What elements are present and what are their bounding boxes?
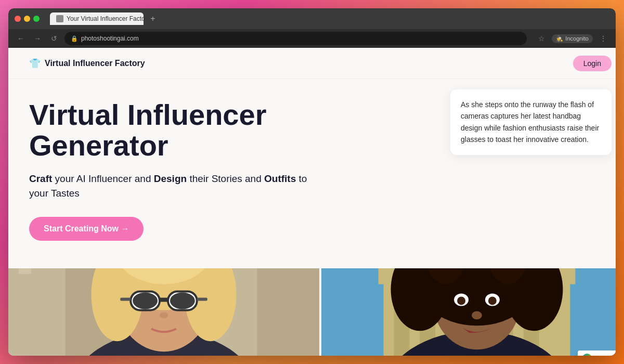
tab-bar: Your Virtual Influencer Factor... ✕ + [50, 12, 159, 25]
person-right-svg [321, 268, 616, 356]
floating-card-text: As she steps onto the runway the flash o… [461, 99, 601, 146]
new-tab-button[interactable]: + [147, 12, 159, 25]
webpage: 👕 Virtual Influencer Factory Login Virtu… [8, 48, 616, 356]
svg-point-22 [160, 312, 168, 318]
svg-rect-7 [19, 268, 31, 274]
subtitle-outfits: Outfits [264, 173, 296, 184]
more-options-icon[interactable]: ⋮ [597, 32, 609, 45]
hero-left: Virtual Influencer Generator Craft your … [29, 100, 310, 241]
logo-icon: 👕 [29, 58, 41, 69]
image-left [8, 268, 319, 356]
subtitle-craft: Craft [29, 173, 52, 184]
image-right [321, 268, 616, 356]
floating-card: As she steps onto the runway the flash o… [450, 89, 612, 155]
url-text: photoshootingai.com [81, 35, 139, 42]
browser-window: Your Virtual Influencer Factor... ✕ + ← … [8, 8, 616, 356]
site-logo: 👕 Virtual Influencer Factory [29, 58, 145, 69]
address-bar[interactable]: 🔒 photoshootingai.com [64, 32, 527, 45]
svg-point-47 [488, 296, 497, 305]
logo-text: Virtual Influencer Factory [45, 59, 145, 68]
browser-titlebar: Your Virtual Influencer Factor... ✕ + [8, 8, 616, 29]
traffic-lights [15, 16, 40, 22]
svg-rect-19 [197, 297, 207, 301]
active-tab[interactable]: Your Virtual Influencer Factor... ✕ [50, 12, 144, 25]
tab-title: Your Virtual Influencer Factor... [67, 15, 144, 22]
back-button[interactable]: ← [15, 32, 27, 45]
hero-subtitle: Craft your AI Influencer and Design thei… [29, 172, 310, 201]
lock-icon: 🔒 [71, 35, 78, 42]
browser-toolbar: ← → ↺ 🔒 photoshootingai.com ☆ 🕵️ Incogni… [8, 29, 616, 48]
svg-point-20 [133, 293, 158, 309]
subtitle-design: Design [154, 173, 187, 184]
incognito-icon: 🕵️ [556, 35, 563, 42]
bookmark-icon[interactable]: ☆ [535, 32, 548, 45]
svg-point-46 [457, 296, 465, 305]
svg-rect-4 [257, 268, 319, 356]
person-left-svg [8, 268, 319, 356]
subtitle-mid2: their Stories and [187, 173, 264, 184]
subtitle-mid1: your AI Influencer and [52, 173, 153, 184]
svg-point-21 [170, 293, 195, 309]
reload-button[interactable]: ↺ [48, 32, 60, 45]
recaptcha-badge: Privacy · Terms [578, 350, 616, 356]
incognito-label: Incognito [565, 35, 589, 42]
svg-rect-18 [120, 297, 131, 301]
minimize-window-button[interactable] [24, 16, 30, 22]
maximize-window-button[interactable] [33, 16, 40, 22]
cta-button[interactable]: Start Creating Now → [29, 217, 144, 241]
svg-rect-17 [160, 297, 168, 302]
hero-section: Virtual Influencer Generator Craft your … [8, 79, 616, 241]
toolbar-right: ☆ 🕵️ Incognito ⋮ [535, 32, 609, 45]
svg-point-48 [472, 311, 482, 319]
images-row [8, 268, 616, 356]
tab-favicon [56, 15, 63, 22]
incognito-badge: 🕵️ Incognito [552, 34, 593, 43]
forward-button[interactable]: → [31, 32, 44, 45]
svg-rect-1 [8, 268, 71, 356]
login-button[interactable]: Login [573, 56, 612, 71]
site-nav: 👕 Virtual Influencer Factory Login [8, 48, 616, 79]
mac-desktop: Your Virtual Influencer Factor... ✕ + ← … [0, 0, 624, 364]
hero-title: Virtual Influencer Generator [29, 100, 310, 161]
close-window-button[interactable] [15, 16, 21, 22]
recaptcha-logo-icon [582, 354, 592, 356]
